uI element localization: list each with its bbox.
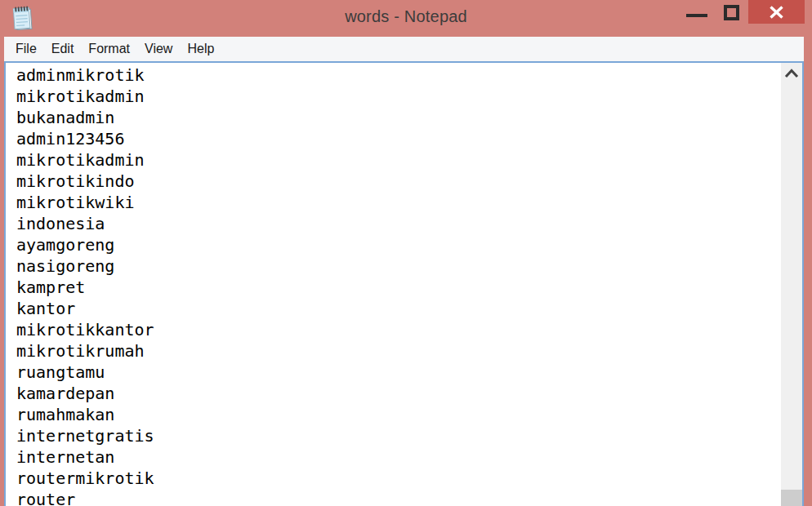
editor-line: ruangtamu — [16, 362, 781, 383]
editor-line: admin123456 — [16, 128, 781, 149]
editor-line: mikrotikrumah — [16, 340, 781, 362]
client-area: adminmikrotikmikrotikadminbukanadminadmi… — [4, 61, 804, 506]
vertical-scrollbar[interactable] — [781, 63, 802, 506]
editor-line: mikrotikwiki — [16, 192, 781, 213]
editor-line: mikrotikadmin — [16, 149, 781, 171]
editor-line: kamardepan — [16, 383, 781, 404]
editor-line: rumahmakan — [16, 404, 781, 425]
menu-item-view[interactable]: View — [137, 37, 180, 61]
text-editor[interactable]: adminmikrotikmikrotikadminbukanadminadmi… — [6, 63, 781, 506]
scroll-up-button[interactable] — [781, 63, 802, 84]
minimize-icon — [686, 14, 707, 17]
editor-line: router — [16, 489, 781, 506]
maximize-icon — [724, 5, 739, 20]
editor-line: kampret — [16, 277, 781, 298]
minimize-button[interactable] — [678, 0, 715, 24]
editor-line: nasigoreng — [16, 255, 781, 277]
editor-line: mikrotikindo — [16, 171, 781, 192]
editor-line: kantor — [16, 298, 781, 319]
editor-line: internetgratis — [16, 425, 781, 446]
editor-line: ayamgoreng — [16, 234, 781, 255]
caption-buttons — [678, 0, 805, 24]
menu-bar: FileEditFormatViewHelp — [4, 37, 804, 61]
editor-line: adminmikrotik — [16, 64, 781, 86]
editor-line: mikrotikadmin — [16, 86, 781, 107]
editor-line: internetan — [16, 446, 781, 468]
menu-item-help[interactable]: Help — [180, 37, 221, 61]
editor-line: routermikrotik — [16, 468, 781, 489]
scrollbar-thumb[interactable] — [781, 490, 802, 506]
title-bar: words - Notepad — [0, 0, 812, 37]
menu-item-format[interactable]: Format — [81, 37, 137, 61]
maximize-button[interactable] — [715, 0, 748, 24]
editor-line: indonesia — [16, 213, 781, 234]
editor-line: mikrotikkantor — [16, 319, 781, 340]
chevron-up-icon — [784, 69, 799, 78]
menu-item-file[interactable]: File — [8, 37, 44, 61]
menu-item-edit[interactable]: Edit — [44, 37, 82, 61]
close-button[interactable] — [748, 0, 805, 24]
close-icon — [770, 6, 783, 19]
editor-line: bukanadmin — [16, 107, 781, 128]
notepad-window: words - Notepad FileEditFormatViewHelp a… — [0, 0, 812, 506]
